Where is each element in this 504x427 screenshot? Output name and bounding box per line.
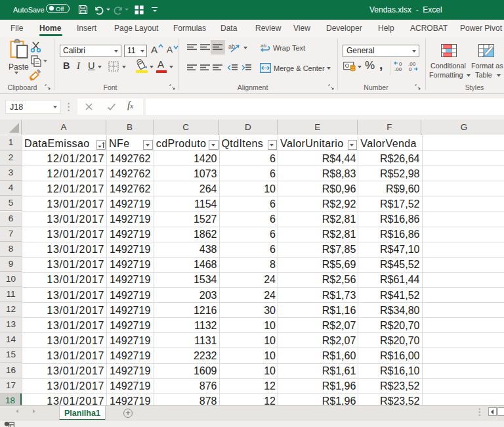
svg-text:0: 0 — [409, 66, 412, 72]
svg-text:.00: .00 — [394, 66, 402, 72]
svg-text:ab: ab — [261, 43, 266, 49]
